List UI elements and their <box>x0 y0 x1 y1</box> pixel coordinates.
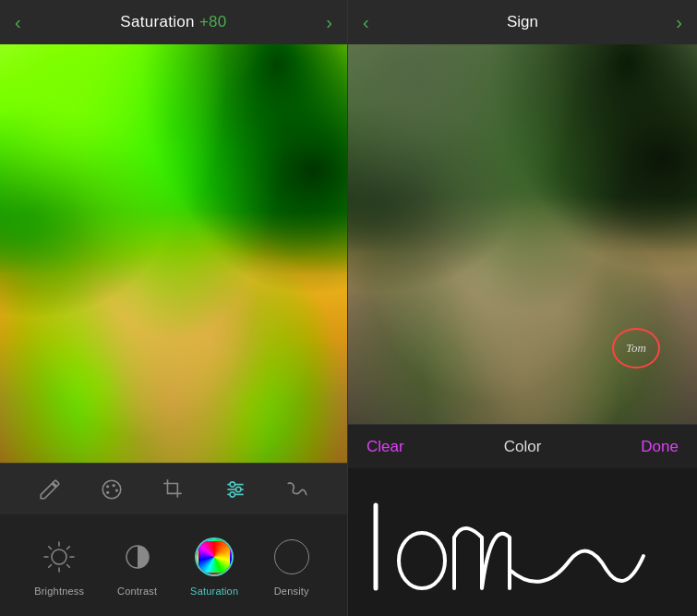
svg-line-16 <box>49 547 52 550</box>
svg-point-21 <box>399 533 445 588</box>
contrast-label: Contrast <box>117 586 157 597</box>
left-painted-image <box>0 44 347 463</box>
sign-actions-bar: Clear Color Done <box>348 424 697 468</box>
contrast-adjustment[interactable]: Contrast <box>116 536 159 597</box>
svg-point-4 <box>106 490 109 493</box>
density-label: Density <box>274 586 309 597</box>
signature-small-text: Tom <box>626 341 646 356</box>
svg-point-8 <box>230 481 234 486</box>
adjustments-icon <box>223 477 247 501</box>
right-header: ‹ Sign › <box>348 0 697 44</box>
contrast-icon <box>116 536 159 578</box>
svg-point-2 <box>112 484 114 487</box>
signature-circle-overlay: Tom <box>612 328 660 368</box>
clear-button[interactable]: Clear <box>367 438 404 456</box>
brightness-label: Brightness <box>34 586 84 597</box>
right-back-arrow[interactable]: ‹ <box>363 12 369 33</box>
svg-line-18 <box>67 547 70 550</box>
saturation-adjustment[interactable]: Saturation <box>190 536 238 597</box>
svg-point-1 <box>106 485 109 488</box>
text-icon <box>285 477 309 501</box>
svg-point-0 <box>102 480 121 499</box>
header-title-accent: +80 <box>199 13 227 30</box>
svg-point-10 <box>230 491 234 496</box>
right-forward-arrow[interactable]: › <box>676 12 682 33</box>
brush-tool[interactable] <box>33 473 66 506</box>
tool-bar <box>0 463 347 514</box>
done-button[interactable]: Done <box>641 438 679 456</box>
right-panel: ‹ Sign › Tom Clear Color Done <box>348 0 697 616</box>
svg-line-17 <box>67 565 70 568</box>
brightness-icon <box>38 536 80 578</box>
left-forward-arrow[interactable]: › <box>326 12 332 33</box>
saturation-label: Saturation <box>190 586 238 597</box>
left-header-title: Saturation +80 <box>120 13 226 31</box>
adjustments-tool[interactable] <box>219 473 252 506</box>
palette-tool[interactable] <box>95 473 128 506</box>
brush-icon <box>38 477 62 501</box>
adjustment-bar: Brightness Contrast Saturation Den <box>0 514 347 616</box>
svg-point-9 <box>236 487 241 491</box>
saturation-icon <box>193 536 235 578</box>
signature-area[interactable] <box>348 468 697 616</box>
palette-icon <box>100 477 124 501</box>
left-back-arrow[interactable]: ‹ <box>15 12 21 33</box>
svg-line-19 <box>49 565 52 568</box>
svg-point-3 <box>115 489 118 491</box>
brightness-adjustment[interactable]: Brightness <box>34 536 84 597</box>
crop-icon <box>162 477 186 501</box>
left-panel: ‹ Saturation +80 › <box>0 0 348 616</box>
density-icon <box>270 536 313 578</box>
color-button[interactable]: Color <box>504 438 542 456</box>
right-image-area: Tom <box>348 44 697 424</box>
left-image-area <box>0 44 347 463</box>
text-tool[interactable] <box>281 473 314 506</box>
svg-point-11 <box>52 550 66 564</box>
right-header-title: Sign <box>507 13 538 31</box>
density-adjustment[interactable]: Density <box>270 536 313 597</box>
signature-canvas[interactable] <box>348 468 697 616</box>
left-header: ‹ Saturation +80 › <box>0 0 347 44</box>
crop-tool[interactable] <box>157 473 190 506</box>
header-title-text: Saturation <box>120 13 195 30</box>
